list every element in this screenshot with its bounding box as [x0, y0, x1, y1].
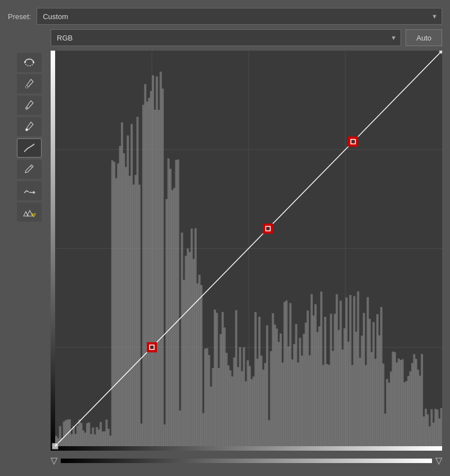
preset-row: Preset: Custom Default Strong Contrast L…	[8, 8, 442, 25]
svg-line-5	[30, 166, 32, 168]
edit-points-tool[interactable]	[17, 53, 42, 72]
curves-panel: Preset: Custom Default Strong Contrast L…	[0, 0, 450, 476]
svg-point-4	[26, 129, 28, 131]
svg-rect-1	[33, 61, 34, 63]
svg-point-2	[26, 86, 28, 88]
channel-row: RGB Red Green Blue ▼ Auto	[51, 29, 442, 46]
clipping-icon: !	[22, 206, 36, 218]
curves-canvas[interactable]	[51, 51, 442, 451]
channel-select-wrapper[interactable]: RGB Red Green Blue ▼	[51, 29, 401, 46]
gradient-bar	[61, 457, 432, 465]
preset-select-wrapper[interactable]: Custom Default Strong Contrast Linear Co…	[37, 8, 442, 25]
edit-points-icon	[23, 56, 35, 69]
clipping-tool[interactable]: !	[17, 203, 42, 222]
eyedropper-black-tool[interactable]	[17, 74, 42, 93]
smooth-tool[interactable]	[17, 181, 42, 200]
curves-area[interactable]	[51, 51, 442, 451]
auto-button[interactable]: Auto	[406, 29, 442, 46]
eyedropper-white-tool[interactable]	[17, 117, 42, 136]
black-point-triangle[interactable]: ▽	[51, 455, 57, 466]
svg-marker-6	[33, 191, 35, 194]
eyedropper-white-icon	[24, 120, 35, 133]
curve-tool-icon	[23, 142, 35, 154]
svg-point-3	[26, 107, 28, 110]
gradient-bar-area: ▽ ▽	[51, 455, 442, 468]
eyedropper-gray-tool[interactable]	[17, 96, 42, 115]
svg-rect-0	[24, 61, 26, 63]
channel-select[interactable]: RGB Red Green Blue	[51, 29, 401, 46]
white-point-triangle[interactable]: ▽	[435, 455, 442, 466]
curve-tool[interactable]	[17, 138, 42, 158]
toolbar: !	[8, 51, 51, 451]
preset-label: Preset:	[8, 12, 31, 21]
preset-select[interactable]: Custom Default Strong Contrast Linear Co…	[37, 8, 442, 25]
smooth-icon	[23, 185, 35, 197]
eyedropper-black-icon	[24, 78, 35, 90]
input-gradient	[61, 459, 432, 463]
main-area: !	[8, 51, 442, 451]
pencil-tool[interactable]	[17, 160, 42, 179]
pencil-icon	[24, 163, 35, 176]
svg-text:!: !	[33, 214, 34, 217]
eyedropper-gray-icon	[24, 99, 35, 111]
